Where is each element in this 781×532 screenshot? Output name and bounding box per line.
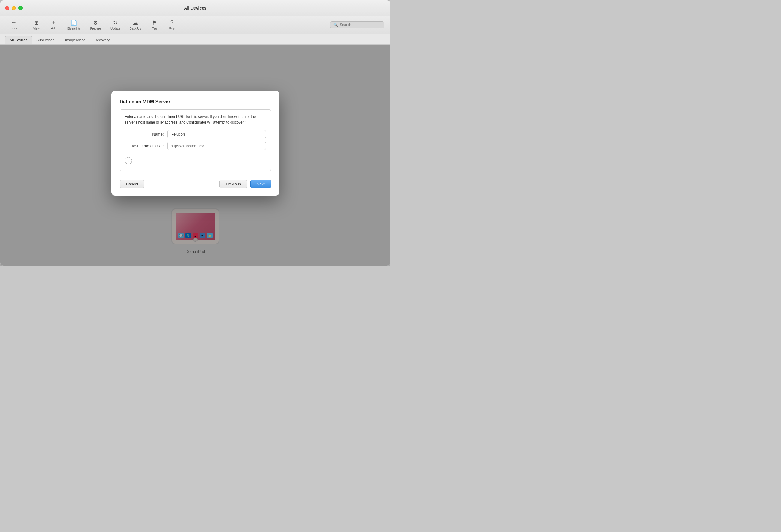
add-label: Add	[51, 27, 56, 30]
prepare-icon: ⚙	[93, 19, 98, 26]
main-content: 💬 🌎 ♫ ✉ 📁 Demo iPad Define an MDM Server…	[0, 45, 390, 266]
search-box[interactable]: 🔍	[330, 21, 384, 29]
minimize-button[interactable]	[12, 6, 16, 10]
toolbar-separator-1	[25, 19, 25, 30]
update-icon: ↻	[113, 19, 118, 26]
name-input[interactable]	[167, 130, 266, 138]
modal-footer-right: Previous Next	[219, 180, 271, 188]
view-button[interactable]: ⊞ View	[29, 18, 44, 32]
backup-button[interactable]: ☁ Back Up	[126, 18, 145, 32]
back-icon: ←	[11, 19, 16, 26]
help-button-modal[interactable]: ?	[125, 157, 132, 164]
app-window: All Devices ← Back ⊞ View + Add 📄 Bluepr…	[0, 0, 390, 266]
name-label: Name:	[125, 132, 164, 136]
tabbar: All Devices Supervised Unsupervised Reco…	[0, 34, 390, 45]
add-button[interactable]: + Add	[46, 18, 61, 32]
url-label: Host name or URL:	[125, 144, 164, 148]
modal-description: Enter a name and the enrollment URL for …	[125, 114, 266, 125]
view-icon: ⊞	[34, 19, 39, 26]
blueprints-button[interactable]: 📄 Blueprints	[64, 18, 84, 32]
modal-dialog: Define an MDM Server Enter a name and th…	[111, 91, 280, 195]
blueprints-label: Blueprints	[67, 27, 80, 30]
backup-label: Back Up	[130, 27, 141, 30]
prepare-label: Prepare	[90, 27, 101, 30]
search-icon: 🔍	[333, 23, 338, 27]
help-label: Help	[169, 27, 175, 30]
form-row-url: Host name or URL:	[125, 142, 266, 150]
cancel-button[interactable]: Cancel	[120, 180, 145, 188]
blueprints-icon: 📄	[71, 19, 77, 26]
add-icon: +	[52, 19, 55, 26]
window-title: All Devices	[184, 6, 206, 10]
modal-title: Define an MDM Server	[120, 99, 271, 105]
titlebar: All Devices	[0, 0, 390, 16]
modal-footer: Cancel Previous Next	[120, 180, 271, 188]
next-button[interactable]: Next	[250, 180, 271, 188]
tag-label: Tag	[152, 27, 157, 30]
url-input[interactable]	[167, 142, 266, 150]
close-button[interactable]	[5, 6, 9, 10]
tab-recovery[interactable]: Recovery	[90, 36, 114, 44]
maximize-button[interactable]	[18, 6, 23, 10]
prepare-button[interactable]: ⚙ Prepare	[86, 18, 105, 32]
help-icon: ?	[170, 19, 173, 26]
toolbar: ← Back ⊞ View + Add 📄 Blueprints ⚙ Prepa…	[0, 16, 390, 34]
tab-unsupervised[interactable]: Unsupervised	[59, 36, 90, 44]
modal-form: Name: Host name or URL:	[125, 130, 266, 150]
search-input[interactable]	[340, 23, 381, 27]
help-button[interactable]: ? Help	[164, 18, 179, 32]
form-row-name: Name:	[125, 130, 266, 138]
tab-all-devices[interactable]: All Devices	[5, 36, 32, 44]
update-label: Update	[111, 27, 120, 30]
back-button[interactable]: ← Back	[6, 18, 21, 32]
modal-overlay: Define an MDM Server Enter a name and th…	[0, 45, 390, 266]
modal-help-area: ?	[125, 155, 266, 167]
traffic-lights	[5, 6, 23, 10]
tab-supervised[interactable]: Supervised	[32, 36, 59, 44]
view-label: View	[33, 27, 40, 30]
previous-button[interactable]: Previous	[219, 180, 247, 188]
tag-icon: ⚑	[152, 19, 157, 26]
back-label: Back	[10, 27, 17, 30]
backup-icon: ☁	[133, 19, 138, 26]
modal-description-box: Enter a name and the enrollment URL for …	[120, 109, 271, 171]
tag-button[interactable]: ⚑ Tag	[147, 18, 162, 32]
update-button[interactable]: ↻ Update	[107, 18, 124, 32]
